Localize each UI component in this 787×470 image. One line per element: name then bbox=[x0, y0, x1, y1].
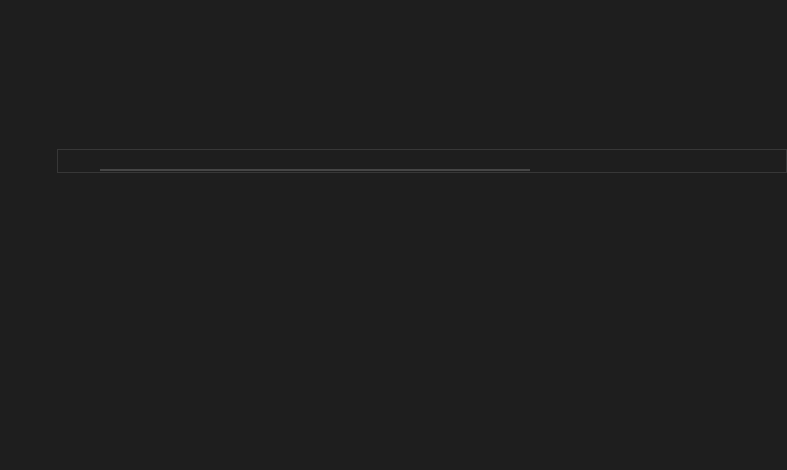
suggest-widget[interactable] bbox=[100, 169, 530, 171]
code-editor[interactable] bbox=[0, 0, 787, 470]
